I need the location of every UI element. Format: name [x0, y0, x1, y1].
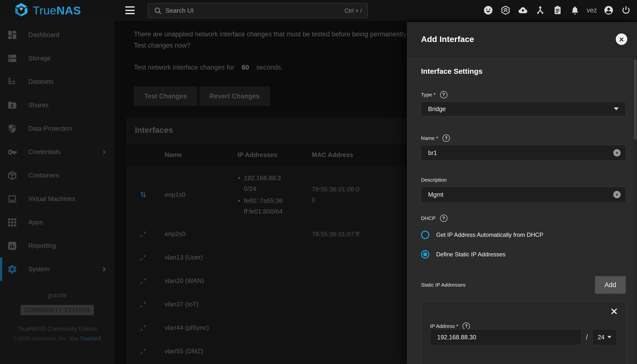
- power-icon[interactable]: [620, 5, 632, 16]
- clear-icon[interactable]: ×: [613, 149, 621, 156]
- ip-address: fe80::7a55:36ff:fe01:800/64: [237, 195, 284, 217]
- help-icon[interactable]: ?: [443, 134, 450, 142]
- dashboard-icon: [7, 30, 18, 40]
- alerts-bell-icon[interactable]: [569, 5, 580, 16]
- interface-name: vlan44 (pfSync): [160, 324, 234, 332]
- sidebar-item-containers[interactable]: Containers: [0, 164, 114, 187]
- topbar-actions: vez: [476, 0, 632, 20]
- disconnected-icon: [126, 230, 160, 239]
- sidebar-item-dashboard[interactable]: Dashboard: [0, 23, 114, 47]
- sidebar-item-virtual-machines[interactable]: Virtual Machines: [0, 187, 114, 211]
- truenas-connect-cloud-icon[interactable]: [517, 5, 528, 16]
- directory-services-icon[interactable]: [535, 5, 546, 16]
- truenas-logo[interactable]: TrueNAS: [13, 2, 81, 18]
- copyright: © 2025 iXsystems, Inc. dba TrueNAS: [0, 336, 114, 342]
- sidebar-item-data-protection[interactable]: Data Protection: [0, 117, 114, 140]
- add-static-ip-button[interactable]: Add: [595, 276, 626, 294]
- panel-title: Add Interface: [421, 34, 616, 44]
- search-input[interactable]: [165, 7, 345, 14]
- hostname-label: vez: [587, 6, 597, 14]
- top-bar: TrueNAS Ctrl + /: [0, 0, 637, 20]
- name-label: Name *: [421, 135, 438, 141]
- sidebar-item-reporting[interactable]: Reporting: [0, 234, 114, 258]
- cidr-separator: /: [586, 333, 588, 341]
- ip-address-list: 192.168.88.30/24 fe80::7a55:36ff:fe01:80…: [237, 172, 308, 217]
- clear-icon[interactable]: ×: [613, 191, 621, 198]
- help-icon[interactable]: ?: [440, 91, 447, 98]
- panel-scrollbar[interactable]: [633, 57, 637, 364]
- alert-line1: There are unapplied network interface ch…: [134, 28, 428, 40]
- test-seconds-input[interactable]: 60: [242, 64, 249, 71]
- sidebar-item-system[interactable]: System: [0, 258, 114, 281]
- jobs-clipboard-icon[interactable]: [552, 5, 563, 16]
- sidebar-item-datasets[interactable]: Datasets: [0, 70, 114, 94]
- ip-address: 192.168.88.30/24: [237, 172, 284, 194]
- revert-changes-button[interactable]: Revert Changes: [199, 86, 270, 106]
- mac-address: 78:55:36:01:08:00: [312, 184, 361, 205]
- panel-header: Add Interface ×: [407, 22, 637, 57]
- ip-address-input[interactable]: [437, 334, 576, 341]
- edition-badge: COMMUNITY EDITION: [21, 305, 94, 315]
- data-protection-shield-icon: [7, 123, 18, 134]
- static-ip-entry-card: ✕ IP Address * ? / 24: [421, 302, 626, 364]
- dhcp-auto-radio[interactable]: Get IP Address Automatically from DHCP: [421, 230, 626, 240]
- interface-name: enp1s0: [160, 191, 234, 198]
- description-input[interactable]: [428, 191, 613, 198]
- truenas-logo-icon: [13, 2, 29, 19]
- sidebar-item-apps[interactable]: Apps: [0, 211, 114, 234]
- type-select[interactable]: Bridge: [421, 102, 626, 116]
- disconnected-icon: [126, 300, 160, 309]
- interface-name: vlan55 (DMZ): [160, 348, 234, 355]
- interface-name: enp2s0: [160, 230, 234, 238]
- user-avatar-icon[interactable]: [603, 5, 614, 16]
- shares-icon: [7, 100, 18, 110]
- description-label: Description: [421, 177, 447, 183]
- system-codename: granite: [0, 292, 114, 299]
- system-gear-icon: [7, 264, 18, 275]
- search-icon: [154, 6, 162, 15]
- radio-unchecked-icon: [421, 231, 429, 239]
- interface-name: vlan13 (User): [160, 254, 234, 261]
- virtual-machines-laptop-icon: [7, 194, 18, 204]
- static-ip-radio[interactable]: Define Static IP Addresses: [421, 250, 626, 259]
- sidebar-item-shares[interactable]: Shares: [0, 94, 114, 117]
- truenas-app: TrueNAS Ctrl + /: [0, 0, 637, 364]
- alert-line2: Test changes now?: [134, 40, 428, 51]
- up-down-arrows-icon: [126, 190, 160, 199]
- column-mac-address: MAC Address: [308, 151, 367, 159]
- remove-entry-icon[interactable]: ✕: [610, 307, 618, 316]
- interface-name: vlan20 (WAN): [160, 277, 234, 285]
- column-ip-addresses: IP Addresses: [234, 151, 308, 159]
- menu-icon[interactable]: [125, 6, 135, 14]
- unapplied-changes-alert: There are unapplied network interface ch…: [134, 28, 428, 51]
- sidebar-item-storage[interactable]: Storage: [0, 47, 114, 70]
- name-input[interactable]: [428, 150, 613, 156]
- truenas-logo-text: TrueNAS: [33, 4, 81, 17]
- reporting-chart-icon: [7, 240, 18, 251]
- sidebar-item-credentials[interactable]: Credentials: [0, 140, 114, 164]
- sidebar-footer: granite COMMUNITY EDITION TrueNAS® Commu…: [0, 292, 114, 342]
- storage-icon: [7, 53, 18, 64]
- feedback-smiley-icon[interactable]: [483, 5, 494, 16]
- global-search[interactable]: Ctrl + /: [148, 3, 368, 18]
- help-icon[interactable]: ?: [463, 322, 470, 330]
- credentials-key-icon: [7, 147, 18, 158]
- type-label: Type *: [421, 92, 436, 98]
- truenas-link[interactable]: TrueNAS: [80, 336, 102, 342]
- containers-box-icon: [7, 170, 18, 181]
- help-icon[interactable]: ?: [440, 214, 447, 222]
- test-changes-button[interactable]: Test Changes: [134, 86, 197, 106]
- chevron-right-icon: [101, 149, 107, 155]
- close-icon[interactable]: ×: [616, 34, 627, 45]
- sidebar-nav: Dashboard Storage Datasets Shares Data P…: [0, 21, 114, 364]
- datasets-icon: [7, 76, 18, 87]
- apps-grid-icon: [7, 217, 18, 228]
- truecommand-icon[interactable]: [500, 5, 511, 16]
- chevron-down-icon: [614, 108, 619, 110]
- dhcp-label: DHCP: [421, 215, 436, 221]
- column-name: Name: [160, 151, 234, 159]
- description-field-wrap: ×: [421, 187, 626, 202]
- prefix-length-select[interactable]: 24: [592, 329, 617, 345]
- interface-name: vlan37 (IoT): [160, 300, 234, 308]
- scrollbar-thumb[interactable]: [634, 59, 636, 140]
